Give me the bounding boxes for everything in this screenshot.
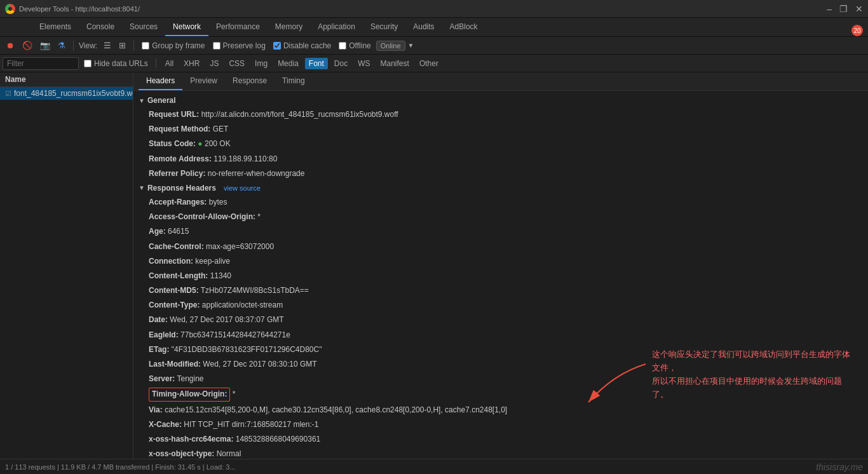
tab-sources[interactable]: Sources	[122, 18, 165, 36]
tab-application[interactable]: Application	[310, 18, 363, 36]
rh-eagleid: EagleId: 77bc634715144284427644271e	[133, 328, 868, 342]
rh-age: Age: 64615	[133, 224, 868, 239]
status-text: 1 / 113 requests | 11.9 KB / 4.7 MB tran…	[5, 463, 236, 471]
filter-js[interactable]: JS	[206, 58, 222, 69]
rh-date: Date: Wed, 27 Dec 2017 08:37:07 GMT	[133, 313, 868, 327]
file-item-font[interactable]: ☑ font_484185_rucmsm61ix5vobt9.woff	[0, 87, 133, 100]
title-bar-controls: – ❐ ✕	[827, 4, 863, 14]
tab-adblock[interactable]: AdBlock	[442, 18, 485, 36]
general-title: General	[147, 96, 176, 105]
content-area: Name ☑ font_484185_rucmsm61ix5vobt9.woff…	[0, 72, 868, 459]
record-button[interactable]: ⏺	[4, 39, 17, 51]
filter-img[interactable]: Img	[251, 58, 271, 69]
general-referrer: Referrer Policy: no-referrer-when-downgr…	[133, 166, 868, 181]
filter-font[interactable]: Font	[305, 58, 328, 69]
rh-timing-allow-origin: Timing-Allow-Origin: * 这个响应头决定了我们可以跨域访问到…	[133, 386, 868, 402]
offline-checkbox[interactable]: Offline	[339, 41, 370, 50]
general-triangle: ▼	[139, 97, 145, 104]
status-bar: 1 / 113 requests | 11.9 KB / 4.7 MB tran…	[0, 459, 868, 474]
filter-xhr[interactable]: XHR	[180, 58, 203, 69]
file-name: font_484185_rucmsm61ix5vobt9.woff	[14, 89, 133, 98]
general-section-header[interactable]: ▼ General	[133, 93, 868, 107]
online-dropdown[interactable]: Online	[376, 41, 405, 51]
rh-via: Via: cache15.12cn354[85,200-0,M], cache3…	[133, 403, 868, 417]
detail-tab-timing[interactable]: Timing	[275, 72, 313, 90]
remote-value: 119.188.99.110:80	[214, 154, 277, 163]
tab-audits[interactable]: Audits	[405, 18, 442, 36]
tab-security[interactable]: Security	[363, 18, 405, 36]
filter-button[interactable]: ⚗	[55, 39, 68, 51]
grid-view-button[interactable]: ⊞	[116, 39, 128, 51]
clear-button[interactable]: 🚫	[20, 39, 35, 51]
rh-accept-ranges: Accept-Ranges: bytes	[133, 195, 868, 210]
general-request-url: Request URL: http://at.alicdn.com/t/font…	[133, 107, 868, 122]
filter-doc[interactable]: Doc	[330, 58, 351, 69]
filter-other[interactable]: Other	[416, 58, 442, 69]
disable-cache-checkbox[interactable]: Disable cache	[273, 41, 331, 50]
response-headers-view-source[interactable]: view source	[224, 184, 261, 192]
rh-server: Server: Tengine	[133, 372, 868, 386]
detail-tab-preview[interactable]: Preview	[182, 72, 225, 90]
timing-allow-origin-highlight: Timing-Allow-Origin:	[149, 388, 230, 401]
tab-console[interactable]: Console	[79, 18, 122, 36]
response-headers-triangle: ▼	[139, 184, 145, 191]
rh-content-length: Content-Length: 11340	[133, 269, 868, 283]
file-list: ☑ font_484185_rucmsm61ix5vobt9.woff	[0, 87, 133, 459]
maximize-button[interactable]: ❐	[839, 4, 848, 14]
minimize-button[interactable]: –	[827, 4, 832, 14]
online-dropdown-arrow[interactable]: ▼	[408, 42, 414, 49]
right-panel: Headers Preview Response Timing ▼ Genera…	[133, 72, 868, 459]
view-label: View:	[79, 41, 97, 50]
hide-data-urls-checkbox[interactable]: Hide data URLs	[84, 59, 148, 68]
chrome-icon	[5, 4, 15, 14]
preserve-log-checkbox[interactable]: Preserve log	[213, 41, 266, 50]
error-badge: 20	[851, 25, 863, 36]
remote-label: Remote Address:	[149, 154, 212, 163]
filter-ws[interactable]: WS	[354, 58, 374, 69]
method-label: Request Method:	[149, 125, 210, 133]
rh-content-md5: Content-MD5: TzHb07Z4MWI/8BcS1sTbDA==	[133, 283, 868, 298]
general-remote: Remote Address: 119.188.99.110:80	[133, 152, 868, 166]
rh-x-oss-hash: x-oss-hash-crc64ecma: 148532886680496903…	[133, 432, 868, 447]
network-toolbar: ⏺ 🚫 📷 ⚗ View: ☰ ⊞ Group by frame Preserv…	[0, 37, 868, 55]
camera-button[interactable]: 📷	[37, 39, 53, 51]
general-method: Request Method: GET	[133, 122, 868, 137]
rh-etag: ETag: "4F31DBD3B67831623FF0171296C4D80C"	[133, 342, 868, 357]
response-headers-section-header[interactable]: ▼ Response Headers view source	[133, 181, 868, 195]
tab-network[interactable]: Network	[165, 18, 208, 36]
title-text: Developer Tools - http://localhost:8041/	[19, 5, 140, 13]
title-bar-left: Developer Tools - http://localhost:8041/	[5, 4, 140, 14]
referrer-value: no-referrer-when-downgrade	[208, 169, 305, 178]
filter-media[interactable]: Media	[274, 58, 302, 69]
filter-input[interactable]	[3, 57, 79, 70]
rh-cache-control: Cache-Control: max-age=63072000	[133, 240, 868, 254]
rh-connection: Connection: keep-alive	[133, 254, 868, 269]
referrer-label: Referrer Policy:	[149, 169, 205, 178]
detail-tab-bar: Headers Preview Response Timing	[133, 72, 868, 91]
detail-tab-headers[interactable]: Headers	[139, 72, 182, 90]
general-status: Status Code: ● 200 OK	[133, 137, 868, 151]
tab-elements[interactable]: Elements	[32, 18, 79, 36]
rh-content-type: Content-Type: application/octet-stream	[133, 298, 868, 313]
detail-content: ▼ General Request URL: http://at.alicdn.…	[133, 91, 868, 459]
filter-all[interactable]: All	[161, 58, 177, 69]
main-tab-bar: Elements Console Sources Network Perform…	[0, 18, 868, 37]
left-panel: Name ☑ font_484185_rucmsm61ix5vobt9.woff	[0, 72, 133, 459]
list-view-button[interactable]: ☰	[101, 39, 114, 51]
group-by-frame-checkbox[interactable]: Group by frame	[142, 41, 205, 50]
toolbar-separator-1	[73, 41, 74, 51]
request-url-label: Request URL:	[149, 110, 199, 119]
detail-tab-response[interactable]: Response	[225, 72, 275, 90]
close-button[interactable]: ✕	[855, 4, 863, 14]
rh-last-modified: Last-Modified: Wed, 27 Dec 2017 08:30:10…	[133, 357, 868, 372]
filter-bar: Hide data URLs All XHR JS CSS Img Media …	[0, 55, 868, 72]
filter-manifest[interactable]: Manifest	[377, 58, 413, 69]
tab-performance[interactable]: Performance	[208, 18, 268, 36]
response-headers-title: Response Headers	[147, 184, 216, 193]
title-bar: Developer Tools - http://localhost:8041/…	[0, 0, 868, 18]
tab-memory[interactable]: Memory	[268, 18, 310, 36]
rh-access-control: Access-Control-Allow-Origin: *	[133, 210, 868, 224]
filter-css[interactable]: CSS	[225, 58, 248, 69]
status-value: ● 200 OK	[198, 139, 230, 148]
watermark: thisisray.me	[816, 462, 863, 472]
